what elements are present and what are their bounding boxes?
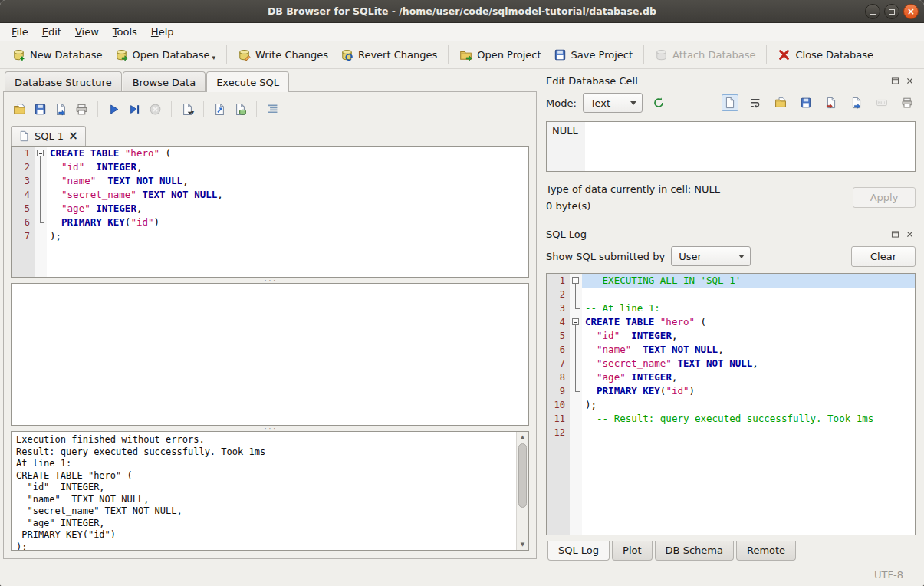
- save-to-table-button[interactable]: [232, 100, 249, 118]
- apply-button-label: Apply: [870, 192, 899, 203]
- scroll-up-icon[interactable]: ▲: [517, 432, 528, 443]
- open-database-dropdown-caret[interactable]: ▾: [212, 54, 215, 61]
- open-file-button[interactable]: [772, 94, 789, 111]
- close-dock-button[interactable]: [903, 228, 916, 240]
- dock-tab-plot[interactable]: Plot: [612, 541, 653, 561]
- code-text: "age" INTEGER,: [582, 370, 915, 384]
- execute-current-line-button[interactable]: [126, 100, 143, 118]
- save-results-button[interactable]: ▾: [179, 100, 196, 118]
- output-line: Execution finished without errors.: [16, 434, 511, 446]
- code-line: 6 "name" TEXT NOT NULL,: [547, 343, 915, 357]
- toolbar-separator: [448, 45, 449, 64]
- line-number: 5: [547, 329, 570, 343]
- code-line: 9 PRIMARY KEY("id"): [547, 384, 915, 398]
- write-changes-button[interactable]: Write Changes: [232, 44, 334, 65]
- menu-help[interactable]: Help: [144, 24, 181, 40]
- save-sql-file-button[interactable]: [31, 100, 49, 118]
- clear-button[interactable]: Clear: [851, 246, 916, 267]
- import-data-button[interactable]: [823, 94, 840, 111]
- sql-log-view[interactable]: 1-- EXECUTING ALL IN 'SQL 1'2--3-- At li…: [546, 273, 916, 535]
- sql-editor[interactable]: 1CREATE TABLE "hero" (2 "id" INTEGER,3 "…: [11, 146, 529, 278]
- line-number: 9: [547, 384, 570, 398]
- save-sql-as-button[interactable]: [52, 100, 70, 118]
- submitter-select[interactable]: User: [671, 246, 751, 266]
- save-results-dropdown-caret[interactable]: ▾: [191, 109, 194, 116]
- open-database-button[interactable]: Open Database▾: [109, 44, 222, 65]
- close-dock-button[interactable]: [903, 74, 916, 87]
- float-dock-button[interactable]: [889, 228, 901, 240]
- vertical-scrollbar[interactable]: ▲ ▼: [516, 432, 528, 550]
- code-line: 2 "id" INTEGER,: [12, 160, 528, 174]
- title-bar[interactable]: DB Browser for SQLite - /home/user/code/…: [0, 0, 924, 23]
- execution-status-panel[interactable]: Execution finished without errors.Result…: [11, 431, 529, 551]
- tab-database-structure[interactable]: Database Structure: [5, 71, 122, 92]
- save-project-label: Save Project: [571, 49, 633, 61]
- open-project-button[interactable]: Open Project: [453, 44, 547, 65]
- fold-margin[interactable]: [570, 315, 582, 329]
- save-project-button[interactable]: Save Project: [547, 44, 640, 65]
- revert-changes-button[interactable]: Revert Changes: [334, 44, 443, 65]
- maximize-button[interactable]: [884, 4, 899, 19]
- word-wrap-button[interactable]: [747, 94, 764, 111]
- encoding-label: UTF-8: [874, 569, 903, 581]
- menu-tools[interactable]: Tools: [106, 24, 144, 40]
- execution-status-text: Execution finished without errors.Result…: [12, 432, 516, 550]
- fold-toggle-icon[interactable]: [37, 150, 44, 156]
- open-sql-file-button[interactable]: [11, 100, 28, 118]
- tab-browse-data[interactable]: Browse Data: [123, 71, 206, 92]
- db-new-icon: [12, 48, 25, 61]
- code-line: 1-- EXECUTING ALL IN 'SQL 1': [547, 274, 915, 288]
- apply-button: Apply: [853, 187, 916, 208]
- save-file-button[interactable]: [797, 94, 814, 111]
- toolbar-separator: [171, 101, 172, 117]
- splitter-handle[interactable]: [11, 426, 529, 431]
- main-area: Database StructureBrowse DataExecute SQL…: [0, 69, 540, 564]
- dock-tab-remote[interactable]: Remote: [736, 541, 796, 561]
- find-button[interactable]: [211, 100, 229, 118]
- cell-content-editor[interactable]: NULL: [546, 121, 916, 172]
- sql-tab[interactable]: SQL 1 ×: [11, 126, 86, 146]
- text-mode-button[interactable]: [722, 94, 738, 111]
- menu-file[interactable]: File: [5, 24, 35, 40]
- fold-margin: [570, 412, 582, 426]
- db-attach-icon: [655, 48, 668, 61]
- close-database-button[interactable]: Close Database: [771, 44, 880, 65]
- filter-label: Show SQL submitted by: [546, 251, 665, 262]
- line-number: 5: [12, 202, 35, 216]
- float-dock-button[interactable]: [889, 74, 901, 87]
- play-line-icon: [128, 103, 141, 116]
- folder-page-icon: [774, 97, 787, 109]
- print-cell-button[interactable]: [899, 94, 916, 111]
- folder-page-icon: [13, 103, 26, 116]
- fold-margin[interactable]: [570, 274, 582, 288]
- dock-tab-sql-log[interactable]: SQL Log: [547, 541, 610, 561]
- stop-execution-button: [146, 100, 164, 118]
- close-window-button[interactable]: ×: [903, 4, 919, 19]
- fold-margin: [570, 343, 582, 357]
- fold-margin[interactable]: [35, 146, 47, 160]
- menu-edit[interactable]: Edit: [35, 24, 68, 40]
- execute-all-button[interactable]: [105, 100, 123, 118]
- new-database-button[interactable]: New Database: [6, 44, 109, 65]
- dock-tab-db-schema[interactable]: DB Schema: [655, 541, 734, 561]
- close-tab-icon[interactable]: ×: [68, 132, 78, 140]
- scrollbar-thumb[interactable]: [518, 443, 527, 508]
- fold-toggle-icon[interactable]: [572, 318, 579, 325]
- minimize-button[interactable]: [865, 4, 880, 19]
- toolbar-separator: [256, 101, 257, 117]
- refresh-cell-button[interactable]: [650, 94, 667, 111]
- format-sql-button[interactable]: [264, 100, 281, 118]
- print-sql-button[interactable]: [73, 100, 90, 118]
- code-text: --: [582, 288, 915, 301]
- export-data-button[interactable]: [848, 94, 865, 111]
- mode-select[interactable]: Text: [583, 93, 643, 113]
- scroll-down-icon[interactable]: ▼: [517, 539, 528, 550]
- set-as-null-button: NUL: [873, 94, 890, 111]
- write-changes-label: Write Changes: [255, 49, 328, 61]
- code-line: 8 "age" INTEGER,: [547, 370, 915, 384]
- splitter-handle[interactable]: [11, 278, 529, 283]
- menu-view[interactable]: View: [68, 24, 106, 40]
- tab-execute-sql[interactable]: Execute SQL: [206, 71, 289, 92]
- fold-toggle-icon[interactable]: [572, 277, 579, 284]
- app-window: DB Browser for SQLite - /home/user/code/…: [0, 0, 924, 586]
